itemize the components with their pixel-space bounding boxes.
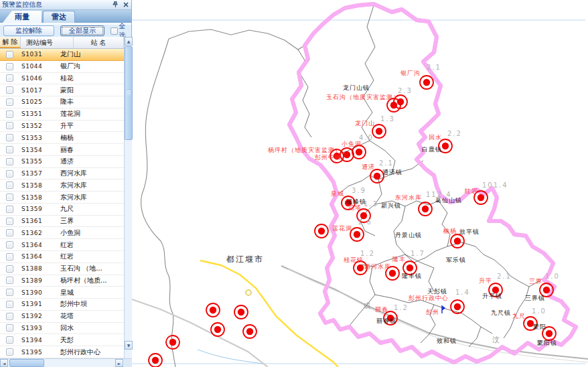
station-warning-marker[interactable] — [234, 305, 248, 319]
release-checkbox[interactable] — [6, 241, 13, 248]
select-all-checkbox[interactable] — [111, 27, 117, 35]
horizontal-scroll-thumb[interactable] — [9, 359, 44, 367]
release-checkbox[interactable] — [6, 253, 13, 261]
station-name: 隆丰 — [60, 97, 124, 106]
table-row[interactable]: S1025隆丰 — [0, 96, 124, 108]
tab-radar[interactable]: 雷达 — [43, 11, 75, 23]
scroll-right-arrow[interactable]: ► — [115, 359, 123, 367]
table-row[interactable]: S1044银厂沟 — [0, 61, 124, 73]
table-row[interactable]: S1357西河水库 — [0, 168, 124, 180]
column-header-release[interactable]: 解 除 — [0, 37, 21, 48]
station-warning-marker[interactable] — [370, 169, 384, 183]
scroll-down-arrow[interactable]: ▼ — [125, 341, 133, 350]
release-monitoring-button[interactable]: 监控解除 — [3, 25, 54, 36]
pin-icon[interactable] — [111, 1, 120, 9]
table-row[interactable]: S1031龙门山 — [0, 49, 124, 61]
station-warning-marker[interactable] — [451, 300, 464, 313]
release-checkbox[interactable] — [6, 313, 13, 320]
release-checkbox[interactable] — [6, 348, 13, 356]
release-checkbox[interactable] — [6, 324, 13, 332]
release-checkbox[interactable] — [6, 63, 13, 70]
release-checkbox[interactable] — [6, 111, 13, 118]
release-checkbox[interactable] — [6, 301, 13, 308]
station-warning-marker[interactable] — [352, 145, 366, 159]
station-warning-marker[interactable] — [166, 336, 179, 349]
horizontal-scrollbar[interactable]: ◄ ► — [0, 358, 132, 367]
station-label: 升平 — [479, 277, 492, 284]
station-warning-marker[interactable] — [315, 224, 328, 238]
release-checkbox[interactable] — [6, 181, 13, 189]
table-row[interactable]: S1394天彭 — [0, 334, 124, 346]
table-row[interactable]: S1392花塔 — [0, 311, 124, 323]
table-row[interactable]: S1358东河水库 — [0, 192, 124, 204]
table-row[interactable]: S1361三界 — [0, 216, 124, 228]
release-checkbox[interactable] — [6, 158, 13, 165]
station-warning-marker[interactable] — [372, 125, 386, 138]
scrollbar-corner — [124, 359, 132, 367]
station-label: 玉石沟（地质灾害监测） — [326, 94, 400, 100]
station-warning-marker[interactable] — [211, 323, 224, 336]
release-checkbox[interactable] — [6, 336, 13, 344]
release-checkbox[interactable] — [6, 194, 13, 201]
release-checkbox[interactable] — [6, 206, 13, 213]
release-checkbox[interactable] — [6, 51, 13, 58]
station-warning-marker[interactable] — [451, 234, 464, 248]
vertical-scroll-thumb[interactable] — [125, 46, 133, 140]
close-icon[interactable] — [121, 1, 130, 9]
scroll-left-arrow[interactable]: ◄ — [0, 359, 8, 367]
rainfall-value: 3.9 — [352, 188, 366, 194]
station-name: 九尺 — [60, 204, 124, 214]
tab-rainfall[interactable]: 雨量 — [3, 11, 42, 23]
release-checkbox[interactable] — [6, 265, 13, 273]
release-checkbox[interactable] — [6, 146, 13, 153]
pengzhou-city-marker[interactable] — [442, 306, 445, 313]
release-checkbox[interactable] — [6, 277, 13, 284]
release-checkbox[interactable] — [6, 86, 13, 94]
station-warning-marker[interactable] — [149, 354, 162, 367]
release-checkbox[interactable] — [6, 170, 13, 177]
station-warning-marker[interactable] — [340, 148, 354, 161]
table-row[interactable]: S1355通济 — [0, 156, 124, 168]
table-row[interactable]: S1362小鱼洞 — [0, 227, 124, 239]
show-all-button[interactable]: 全部显示 — [60, 25, 105, 36]
rainfall-value: 1.3 — [380, 116, 395, 123]
release-checkbox[interactable] — [6, 229, 13, 236]
station-warning-marker[interactable] — [206, 303, 220, 317]
table-row[interactable]: S1017蒙阳 — [0, 84, 124, 96]
station-warning-marker[interactable] — [420, 76, 433, 89]
table-row[interactable]: S1353楠杨 — [0, 132, 124, 144]
release-checkbox[interactable] — [6, 289, 13, 296]
table-row[interactable]: S1391彭州中坝 — [0, 299, 124, 311]
table-row[interactable]: S1354丽春 — [0, 144, 124, 156]
table-row[interactable]: S1358东河水库 — [0, 179, 124, 192]
station-label: 西河水库 — [364, 263, 391, 270]
town-label: 蒙阳镇 — [537, 340, 557, 346]
table-row[interactable]: S1359九尺 — [0, 204, 124, 216]
table-row[interactable]: S1046桂花 — [0, 73, 124, 85]
station-id: S1361 — [13, 218, 60, 224]
town-label: 致和镇 — [437, 338, 457, 344]
table-row[interactable]: S1351莲花洞 — [0, 108, 124, 121]
station-warning-marker[interactable] — [350, 228, 364, 241]
column-header-station-name[interactable]: 站 名 — [74, 37, 124, 48]
station-id: S1391 — [13, 301, 60, 307]
table-row[interactable]: S1364红岩 — [0, 239, 124, 251]
vertical-scrollbar[interactable]: ▲ ▼ — [124, 37, 132, 358]
road-yellow — [200, 261, 338, 367]
release-checkbox[interactable] — [6, 98, 13, 106]
release-checkbox[interactable] — [6, 74, 13, 82]
table-row[interactable]: S1388玉石沟 （地... — [0, 263, 124, 275]
release-checkbox[interactable] — [6, 122, 13, 129]
station-warning-marker[interactable] — [243, 325, 256, 338]
scroll-up-arrow[interactable]: ▲ — [125, 37, 133, 46]
table-row[interactable]: S1364红岩 — [0, 251, 124, 263]
table-row[interactable]: S1389杨坪村（地质... — [0, 275, 124, 287]
station-warning-marker[interactable] — [419, 202, 432, 216]
table-row[interactable]: S1395彭州行政中心 — [0, 346, 124, 358]
release-checkbox[interactable] — [6, 134, 13, 141]
table-row[interactable]: S1393回水 — [0, 323, 124, 335]
release-checkbox[interactable] — [6, 218, 13, 225]
table-row[interactable]: S1352升平 — [0, 121, 124, 133]
table-row[interactable]: S1390皇城 — [0, 287, 124, 299]
column-header-station-id[interactable]: 测站编号 — [21, 37, 74, 48]
